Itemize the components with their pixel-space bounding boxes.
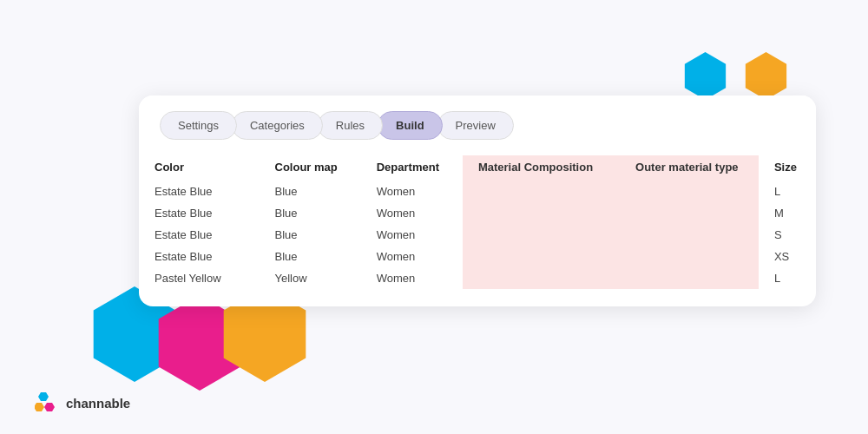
table-cell: Women — [361, 224, 463, 246]
table-cell: Blue — [260, 181, 361, 202]
table-cell — [620, 202, 759, 224]
table-cell: Pastel Yellow — [139, 267, 260, 289]
table-cell — [463, 202, 620, 224]
table-cell: XS — [759, 246, 816, 267]
svg-marker-1 — [44, 403, 55, 411]
col-header-department: Department — [361, 155, 463, 181]
col-header-colourmap: Colour map — [260, 155, 361, 181]
table-cell — [620, 181, 759, 202]
table-cell: Women — [361, 267, 463, 289]
table-cell: L — [759, 181, 816, 202]
table-cell — [463, 181, 620, 202]
col-header-outer: Outer material type — [620, 155, 759, 181]
col-header-size: Size — [759, 155, 816, 181]
logo: channable — [35, 391, 130, 415]
table-cell: Estate Blue — [139, 181, 260, 202]
table-cell: Blue — [260, 224, 361, 246]
data-table: Color Colour map Department Material Com… — [139, 155, 816, 289]
table-cell — [620, 246, 759, 267]
table-container: Color Colour map Department Material Com… — [139, 140, 816, 306]
table-cell — [463, 246, 620, 267]
table-cell: Estate Blue — [139, 224, 260, 246]
tab-preview[interactable]: Preview — [437, 111, 514, 140]
logo-text: channable — [66, 396, 130, 411]
svg-marker-2 — [35, 403, 44, 411]
table-cell: Yellow — [260, 267, 361, 289]
table-cell: Women — [361, 181, 463, 202]
hex-blue-top-right — [681, 52, 729, 100]
tab-settings[interactable]: Settings — [160, 111, 237, 140]
hex-pink-left — [152, 295, 247, 391]
logo-icon — [35, 391, 59, 415]
table-row: Estate BlueBlueWomenXS — [139, 246, 816, 267]
table-cell: Blue — [260, 202, 361, 224]
table-cell: L — [759, 267, 816, 289]
table-cell: Estate Blue — [139, 246, 260, 267]
svg-marker-0 — [38, 392, 49, 401]
table-cell — [620, 267, 759, 289]
table-cell: M — [759, 202, 816, 224]
tab-rules[interactable]: Rules — [318, 111, 383, 140]
main-card: Settings Categories Rules Build Preview … — [139, 95, 816, 306]
table-cell: Blue — [260, 246, 361, 267]
tab-bar: Settings Categories Rules Build Preview — [139, 95, 816, 140]
table-cell: Women — [361, 246, 463, 267]
table-cell: S — [759, 224, 816, 246]
tab-categories[interactable]: Categories — [232, 111, 323, 140]
table-row: Pastel YellowYellowWomenL — [139, 267, 816, 289]
col-header-material: Material Composition — [463, 155, 620, 181]
table-row: Estate BlueBlueWomenL — [139, 181, 816, 202]
tab-build[interactable]: Build — [378, 111, 443, 140]
table-row: Estate BlueBlueWomenS — [139, 224, 816, 246]
col-header-color: Color — [139, 155, 260, 181]
table-row: Estate BlueBlueWomenM — [139, 202, 816, 224]
table-header-row: Color Colour map Department Material Com… — [139, 155, 816, 181]
table-cell — [463, 224, 620, 246]
table-cell — [620, 224, 759, 246]
table-cell: Women — [361, 202, 463, 224]
table-cell: Estate Blue — [139, 202, 260, 224]
hex-yellow-top-right — [742, 52, 790, 100]
table-cell — [463, 267, 620, 289]
